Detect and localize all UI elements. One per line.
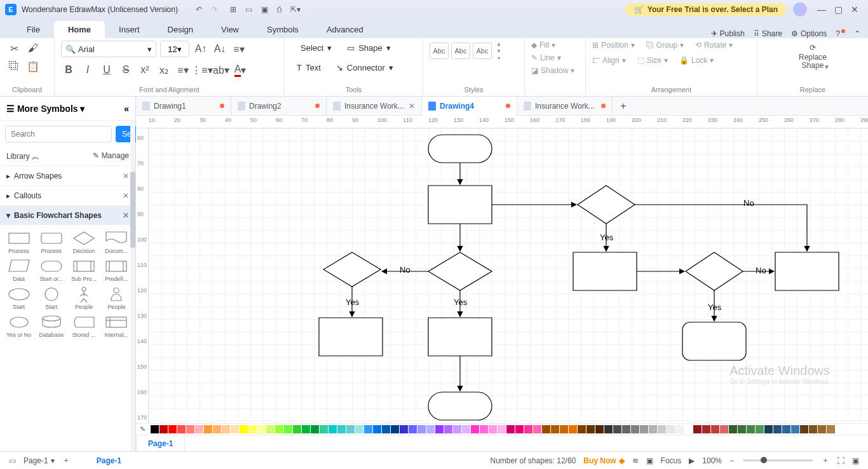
color-swatch[interactable] [569, 425, 577, 433]
shape-internal...[interactable]: Internal... [100, 313, 133, 339]
shape-people[interactable]: People [68, 285, 100, 311]
color-swatch[interactable] [809, 425, 817, 433]
color-swatch[interactable] [355, 425, 363, 433]
menu-view[interactable]: View [207, 21, 253, 38]
style-preset-2[interactable]: Abc [451, 43, 470, 59]
color-swatch[interactable] [604, 425, 613, 433]
category-callouts[interactable]: ▸ Callouts✕ [0, 186, 135, 205]
fit-page-button[interactable]: ⛶ [833, 456, 848, 465]
library-toggle[interactable]: Library ︽ [6, 151, 39, 162]
page-select[interactable]: Page-1 ▾ [20, 456, 58, 465]
panel-scrollbar[interactable] [130, 121, 135, 451]
color-swatch[interactable] [684, 425, 693, 433]
color-swatch[interactable] [462, 425, 470, 433]
fill-button[interactable]: ◆ Fill ▾ [531, 41, 555, 50]
color-swatch[interactable] [186, 425, 194, 433]
style-more-button[interactable]: ▾ [494, 55, 503, 61]
color-swatch[interactable] [640, 425, 648, 433]
doc-tab[interactable]: Drawing2 [231, 97, 327, 115]
new-doc-button[interactable]: ⊞ [230, 5, 236, 14]
color-swatch[interactable] [320, 425, 328, 433]
save-button[interactable]: ▣ [261, 5, 268, 14]
shape-docum...[interactable]: Docum... [100, 229, 133, 255]
minimize-button[interactable]: — [813, 4, 830, 15]
color-swatch[interactable] [578, 425, 586, 433]
shape-sub pro...[interactable]: Sub Pro... [68, 257, 100, 283]
underline-button[interactable]: U [99, 62, 114, 78]
options-button[interactable]: ⚙ Options [791, 29, 827, 38]
color-swatch[interactable] [311, 425, 319, 433]
bold-button[interactable]: B [61, 62, 76, 78]
color-swatch[interactable] [764, 425, 773, 433]
shape-tool-button[interactable]: ▭ Shape ▾ [341, 41, 397, 55]
line-button[interactable]: ✎ Line ▾ [531, 53, 561, 62]
color-swatch[interactable] [382, 425, 390, 433]
line-spacing-button[interactable]: ≡▾ [175, 62, 191, 78]
redo-button[interactable]: ↷ [211, 5, 217, 14]
menu-home[interactable]: Home [54, 21, 105, 38]
color-swatch[interactable] [284, 425, 292, 433]
color-swatch[interactable] [480, 425, 488, 433]
color-swatch[interactable] [587, 425, 595, 433]
publish-button[interactable]: ✈ Publish [711, 29, 745, 38]
color-swatch[interactable] [204, 425, 212, 433]
color-swatch[interactable] [444, 425, 452, 433]
color-swatch[interactable] [551, 425, 559, 433]
rotate-button[interactable]: ⟲ Rotate▾ [695, 41, 733, 50]
size-button[interactable]: ⬚ Size▾ [637, 56, 668, 65]
color-swatch[interactable] [177, 425, 186, 433]
eyedropper-icon[interactable]: ✎ [140, 425, 150, 433]
color-swatch[interactable] [195, 425, 203, 433]
color-swatch[interactable] [151, 425, 159, 433]
close-tab-button[interactable]: ✕ [409, 102, 415, 111]
zoom-slider[interactable] [743, 459, 813, 461]
color-swatch[interactable] [622, 425, 630, 433]
color-swatch[interactable] [827, 425, 835, 433]
color-swatch[interactable] [702, 425, 710, 433]
color-swatch[interactable] [649, 425, 657, 433]
collapse-panel-button[interactable]: « [124, 104, 129, 114]
color-swatch[interactable] [409, 425, 417, 433]
symbol-search-input[interactable] [5, 126, 112, 142]
close-icon[interactable]: ✕ [123, 191, 129, 200]
help-button[interactable]: ? [836, 29, 845, 38]
lock-button[interactable]: 🔒 Lock▾ [679, 56, 714, 65]
highlight-button[interactable]: ab▾ [214, 62, 229, 78]
color-swatch[interactable] [515, 425, 524, 433]
connector-tool-button[interactable]: ↘ Connector ▾ [330, 60, 399, 75]
shape-predefi...[interactable]: Predefi... [100, 257, 133, 283]
more-symbols-button[interactable]: More Symbols ▾ [17, 104, 85, 114]
style-prev-button[interactable]: ▲ [494, 41, 503, 47]
shape-data[interactable]: Data [3, 257, 35, 283]
text-tool-button[interactable]: T Text [291, 60, 327, 75]
color-swatch[interactable] [453, 425, 461, 433]
color-swatch[interactable] [329, 425, 337, 433]
maximize-button[interactable]: ▢ [830, 4, 846, 15]
color-swatch[interactable] [533, 425, 541, 433]
color-swatch[interactable] [800, 425, 808, 433]
color-swatch[interactable] [231, 425, 239, 433]
color-swatch[interactable] [471, 425, 479, 433]
menu-advanced[interactable]: Advanced [313, 21, 377, 38]
export-button[interactable]: ⇱▾ [290, 5, 301, 14]
color-swatch[interactable] [524, 425, 532, 433]
color-swatch[interactable] [213, 425, 221, 433]
color-swatch[interactable] [693, 425, 702, 433]
add-tab-button[interactable]: + [613, 97, 634, 115]
color-swatch[interactable] [711, 425, 719, 433]
italic-button[interactable]: I [80, 62, 95, 78]
zoom-level[interactable]: 100% [698, 456, 726, 465]
print-button[interactable]: ⎙ [277, 5, 281, 14]
shape-process[interactable]: Process [35, 229, 67, 255]
font-color-button[interactable]: A▾ [233, 62, 248, 78]
color-swatch[interactable] [337, 425, 346, 433]
color-swatch[interactable] [542, 425, 550, 433]
color-swatch[interactable] [738, 425, 746, 433]
color-swatch[interactable] [747, 425, 755, 433]
color-swatch[interactable] [159, 425, 168, 433]
color-swatch[interactable] [168, 425, 177, 433]
page-layout-button[interactable]: ▭ [5, 456, 20, 465]
color-swatch[interactable] [720, 425, 728, 433]
position-button[interactable]: ⊞ Position▾ [592, 41, 635, 50]
page-tab-1[interactable]: Page-1 [136, 435, 185, 451]
